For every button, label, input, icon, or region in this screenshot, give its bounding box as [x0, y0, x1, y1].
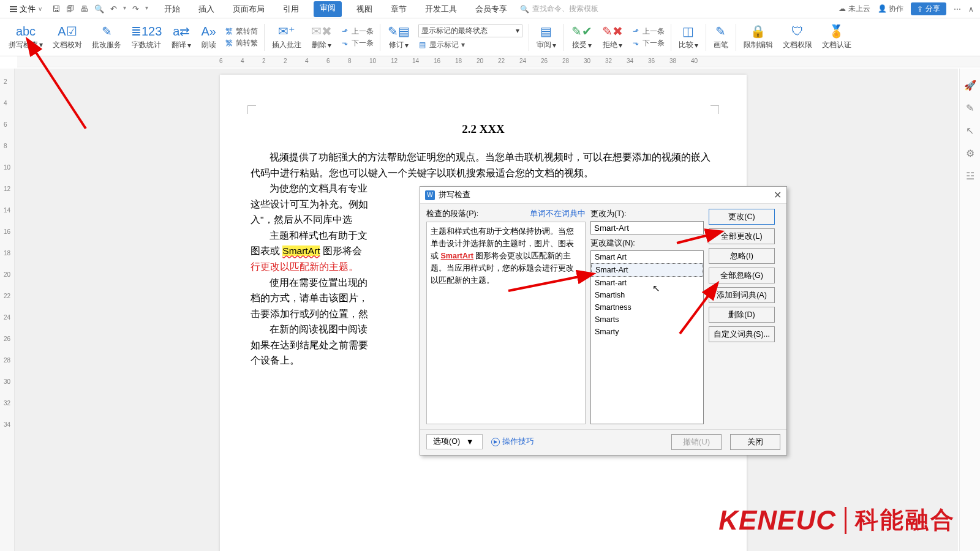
simp2trad-button[interactable]: 繁简转繁	[225, 38, 258, 48]
wordcount-button[interactable]: ≣123字数统计	[126, 18, 167, 56]
ignore-button[interactable]: 忽略(I)	[709, 248, 775, 264]
prev-icon: ⬏	[341, 27, 349, 36]
ribbon-tab[interactable]: 开始	[160, 1, 184, 17]
prev-comment-button[interactable]: ⬏上一条	[341, 26, 374, 37]
next-comment-button[interactable]: ⬎下一条	[341, 38, 374, 48]
proofread-button[interactable]: A☑文档校对	[48, 18, 87, 56]
print-icon[interactable]: 🖶	[80, 4, 88, 13]
ribbon-tab[interactable]: 插入	[195, 1, 218, 17]
command-search[interactable]: 🔍 查找命令、搜索模板	[520, 4, 598, 14]
paragraph-box[interactable]: 主题和样式也有助于文档保持协调。当您单击设计并选择新的主题时，图片、图表或 Sm…	[426, 222, 586, 424]
not-in-dict-link[interactable]: 单词不在词典中	[530, 209, 586, 219]
ribbon-tab[interactable]: 章节	[387, 1, 410, 17]
dialog-titlebar[interactable]: W 拼写检查 ✕	[420, 187, 786, 204]
close-icon[interactable]: ✕	[774, 189, 782, 201]
options-button[interactable]: 选项(O)▼	[426, 434, 483, 449]
settings-icon[interactable]: ⚙	[966, 148, 974, 159]
select-icon[interactable]: ↖	[966, 125, 974, 137]
shield-icon: 🛡	[791, 24, 804, 39]
ruler-tick: 8	[348, 58, 352, 64]
change-button[interactable]: 更改(C)	[709, 209, 775, 225]
add-to-dict-button[interactable]: 添加到词典(A)	[709, 287, 775, 303]
chevron-down-icon[interactable]: ▾	[123, 4, 126, 13]
save-icon[interactable]: 🖫	[52, 4, 60, 13]
ruler-tick: 4	[4, 100, 7, 107]
coop-button[interactable]: 👤 协作	[878, 4, 903, 14]
next-icon: ⬎	[631, 39, 640, 47]
suggestion-item[interactable]: Smarts	[591, 313, 703, 326]
ruler-tick: 34	[4, 421, 10, 428]
translate-button[interactable]: a⇄翻译▾	[167, 18, 196, 56]
change-all-button[interactable]: 全部更改(L)	[709, 228, 775, 244]
suggestion-item[interactable]: Smartish	[591, 289, 703, 301]
ruler-tick: 32	[4, 400, 10, 407]
count-icon: ≣123	[131, 24, 162, 39]
collapse-ribbon-icon[interactable]: ∧	[968, 5, 974, 13]
compare-icon: ◫	[682, 24, 694, 39]
ruler-tick: 20	[4, 271, 10, 278]
suggestions-list[interactable]: Smart ArtSmart-ArtSmart-artSmartishSmart…	[590, 250, 704, 424]
chevron-down-icon[interactable]: ▾	[145, 4, 148, 13]
markup-icon: ▤	[418, 40, 427, 49]
redo-icon[interactable]: ↷	[132, 4, 139, 13]
preview-icon[interactable]: 🔍	[94, 4, 104, 13]
horizontal-ruler[interactable]: 642246810121416182022242628303234363840	[17, 56, 980, 67]
lock-icon: 🔒	[750, 24, 766, 39]
file-menu[interactable]: 文件 ∨	[6, 2, 46, 16]
reject-button[interactable]: ✎✖拒绝▾	[597, 18, 628, 56]
ink-button[interactable]: ✎画笔	[709, 18, 733, 56]
share-button[interactable]: ⇪ 分享	[911, 2, 946, 15]
ruler-tick: 12	[4, 186, 10, 192]
suggestion-item[interactable]: Smarty	[591, 326, 703, 338]
ribbon-tab[interactable]: 会员专享	[472, 1, 511, 17]
convert-icon: 繁	[225, 26, 233, 37]
compare-button[interactable]: ◫比较▾	[674, 18, 703, 56]
doc-perm-button[interactable]: 🛡文档权限	[778, 18, 817, 56]
quick-access-toolbar: 🖫 🗐 🖶 🔍 ↶ ▾ ↷ ▾	[52, 4, 148, 13]
readaloud-button[interactable]: A»朗读	[196, 18, 221, 56]
tool-icon[interactable]: ☳	[966, 170, 974, 182]
suggestion-item[interactable]: Smart-Art	[591, 263, 703, 277]
tool-icon[interactable]: 🚀	[964, 80, 976, 91]
more-icon[interactable]: ⋯	[954, 5, 961, 13]
delete-comment-button[interactable]: ✉✖删除▾	[306, 18, 337, 56]
margin-corner	[710, 105, 719, 114]
undo-icon[interactable]: ↶	[110, 4, 117, 13]
ribbon-tab[interactable]: 审阅	[314, 1, 342, 17]
ribbon-tab[interactable]: 页面布局	[229, 1, 268, 17]
change-to-input[interactable]	[590, 221, 704, 234]
batch-button[interactable]: ✎批改服务	[87, 18, 126, 56]
doc-cert-button[interactable]: 🏅文档认证	[817, 18, 856, 56]
delete-button[interactable]: 删除(D)	[709, 307, 775, 323]
ribbon-tabs: 开始插入页面布局引用审阅视图章节开发工具会员专享	[160, 1, 511, 17]
ignore-all-button[interactable]: 全部忽略(G)	[709, 268, 775, 283]
review-pane-button[interactable]: ▤审阅▾	[532, 18, 561, 56]
restrict-edit-button[interactable]: 🔒限制编辑	[739, 18, 778, 56]
cloud-status[interactable]: ☁ 未上云	[839, 4, 870, 14]
accept-button[interactable]: ✎✔接受▾	[567, 18, 597, 56]
vertical-ruler[interactable]: 246810121416182022242628303234	[0, 69, 15, 551]
spellcheck-highlight[interactable]: SmartArt	[282, 246, 320, 256]
ribbon-tab[interactable]: 视图	[353, 1, 376, 17]
next-change-button[interactable]: ⬎下一条	[631, 38, 665, 48]
show-markup-button[interactable]: ▤显示标记▾	[418, 40, 522, 50]
close-button[interactable]: 关闭	[730, 434, 780, 450]
suggestion-item[interactable]: Smart-art	[591, 277, 703, 289]
trad2simp-button[interactable]: 繁繁转简	[225, 26, 258, 37]
ribbon-tab[interactable]: 开发工具	[421, 1, 461, 17]
tool-icon[interactable]: ✎	[966, 102, 974, 114]
spellcheck-button[interactable]: abc拼写检查▾	[4, 18, 48, 56]
custom-dict-button[interactable]: 自定义词典(S)...	[709, 326, 775, 342]
side-toolbar: 🚀 ✎ ↖ ⚙ ☳	[959, 69, 980, 551]
track-changes-button[interactable]: ✎▤修订▾	[383, 18, 415, 56]
saveas-icon[interactable]: 🗐	[66, 4, 74, 13]
suggestions-label: 更改建议(N):	[590, 238, 704, 249]
tips-link[interactable]: ▶操作技巧	[491, 437, 534, 447]
prev-change-button[interactable]: ⬏上一条	[631, 26, 665, 37]
ribbon-tab[interactable]: 引用	[279, 1, 303, 17]
suggestion-item[interactable]: Smart Art	[591, 251, 703, 263]
markup-display-select[interactable]: 显示标记的最终状态▾	[418, 24, 522, 37]
doc-heading: 2.2 XXX	[251, 122, 716, 136]
new-comment-button[interactable]: ✉⁺插入批注	[267, 18, 306, 56]
suggestion-item[interactable]: Smartness	[591, 301, 703, 313]
